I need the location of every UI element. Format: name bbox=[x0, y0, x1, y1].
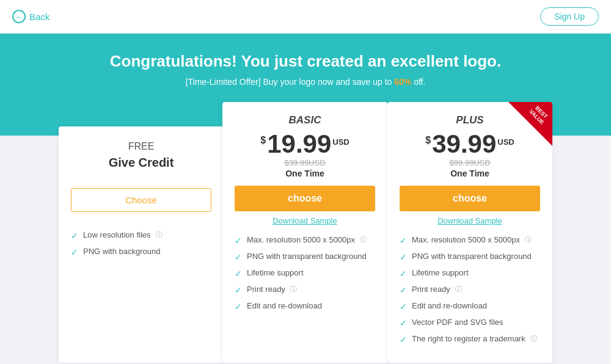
free-features: ✓ Low resolution files ⓘ ✓ PNG with back… bbox=[71, 230, 211, 257]
plus-period: One Time bbox=[400, 169, 540, 178]
back-icon: ← bbox=[12, 10, 26, 23]
plus-plan-card: BESTVALUE PLUS $ 39.99 USD $99.99USD One… bbox=[387, 102, 552, 363]
basic-price: 19.99 bbox=[267, 131, 331, 157]
signup-button[interactable]: Sign Up bbox=[540, 7, 599, 26]
basic-currency: $ bbox=[260, 135, 266, 146]
plus-price: 39.99 bbox=[432, 131, 496, 157]
plus-currency: $ bbox=[425, 135, 431, 146]
check-icon: ✓ bbox=[400, 252, 407, 262]
check-icon: ✓ bbox=[400, 335, 407, 344]
back-button[interactable]: ← Back bbox=[12, 10, 49, 23]
check-icon: ✓ bbox=[235, 236, 242, 246]
basic-price-row: $ 19.99 USD bbox=[235, 131, 375, 157]
info-icon[interactable]: ⓘ bbox=[290, 285, 297, 294]
info-icon[interactable]: ⓘ bbox=[455, 285, 462, 294]
back-label: Back bbox=[29, 12, 49, 22]
free-plan-card: FREE Give Credit Choose ✓ Low resolution… bbox=[59, 126, 224, 363]
list-item: ✓ Edit and re-download bbox=[400, 301, 540, 311]
list-item: ✓ Lifetime support bbox=[235, 268, 375, 278]
basic-choose-button[interactable]: choose bbox=[235, 186, 375, 211]
basic-usd: USD bbox=[332, 137, 349, 147]
check-icon: ✓ bbox=[235, 302, 242, 311]
plus-download-link[interactable]: Download Sample bbox=[400, 216, 540, 225]
check-icon: ✓ bbox=[400, 236, 407, 246]
hero-subtitle: [Time-Limited Offer] Buy your logo now a… bbox=[12, 77, 599, 87]
basic-plan-name: BASIC bbox=[235, 114, 375, 126]
list-item: ✓ Print ready ⓘ bbox=[400, 285, 540, 295]
info-icon[interactable]: ⓘ bbox=[525, 235, 532, 244]
basic-download-link[interactable]: Download Sample bbox=[235, 216, 375, 225]
hero-title: Congratulations! You just created an exc… bbox=[12, 52, 599, 71]
check-icon: ✓ bbox=[235, 285, 242, 295]
check-icon: ✓ bbox=[71, 247, 78, 257]
list-item: ✓ PNG with background bbox=[71, 247, 211, 257]
free-choose-button[interactable]: Choose bbox=[71, 188, 211, 212]
list-item: ✓ PNG with transparent background bbox=[400, 252, 540, 262]
list-item: ✓ Lifetime support bbox=[400, 268, 540, 278]
list-item: ✓ The right to register a trademark ⓘ bbox=[400, 334, 540, 344]
plus-choose-button[interactable]: choose bbox=[400, 186, 540, 211]
basic-original-price: $39.99USD bbox=[235, 158, 375, 167]
plus-original-price: $99.99USD bbox=[400, 158, 540, 167]
check-icon: ✓ bbox=[235, 252, 242, 262]
ribbon-text: BESTVALUE bbox=[525, 102, 552, 128]
basic-plan-card: BASIC $ 19.99 USD $39.99USD One Time cho… bbox=[222, 102, 387, 363]
check-icon: ✓ bbox=[400, 302, 407, 311]
basic-features: ✓ Max. resolution 5000 x 5000px ⓘ ✓ PNG … bbox=[235, 235, 375, 311]
check-icon: ✓ bbox=[235, 269, 242, 278]
check-icon: ✓ bbox=[71, 231, 78, 241]
free-plan-tagline: Give Credit bbox=[71, 156, 211, 170]
list-item: ✓ PNG with transparent background bbox=[235, 252, 375, 262]
info-icon[interactable]: ⓘ bbox=[156, 230, 163, 239]
plus-features: ✓ Max. resolution 5000 x 5000px ⓘ ✓ PNG … bbox=[400, 235, 540, 344]
list-item: ✓ Low resolution files ⓘ bbox=[71, 230, 211, 241]
list-item: ✓ Max. resolution 5000 x 5000px ⓘ bbox=[400, 235, 540, 246]
check-icon: ✓ bbox=[400, 318, 407, 328]
pricing-cards: FREE Give Credit Choose ✓ Low resolution… bbox=[0, 102, 611, 363]
list-item: ✓ Edit and re-download bbox=[235, 301, 375, 311]
list-item: ✓ Max. resolution 5000 x 5000px ⓘ bbox=[235, 235, 375, 246]
check-icon: ✓ bbox=[400, 285, 407, 295]
info-icon[interactable]: ⓘ bbox=[360, 235, 367, 244]
top-navigation: ← Back Sign Up bbox=[0, 0, 611, 34]
info-icon[interactable]: ⓘ bbox=[530, 334, 537, 343]
check-icon: ✓ bbox=[400, 269, 407, 278]
list-item: ✓ Print ready ⓘ bbox=[235, 285, 375, 295]
list-item: ✓ Vector PDF and SVG files bbox=[400, 318, 540, 328]
free-plan-name: FREE bbox=[71, 141, 211, 152]
best-value-ribbon: BESTVALUE bbox=[508, 102, 552, 146]
basic-period: One Time bbox=[235, 169, 375, 178]
